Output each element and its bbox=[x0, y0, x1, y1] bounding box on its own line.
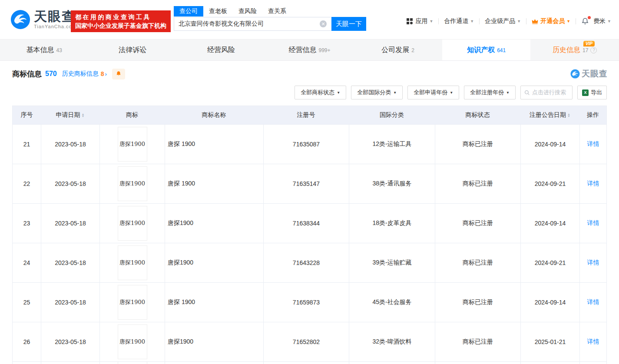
search-tab-risk[interactable]: 查风险 bbox=[233, 6, 262, 17]
detail-link[interactable]: 详情 bbox=[587, 259, 599, 267]
menu-partner[interactable]: 合作通道 ▼ bbox=[444, 17, 474, 25]
tab-company-development[interactable]: 公司发展 2 bbox=[354, 40, 442, 60]
detail-link[interactable]: 详情 bbox=[587, 298, 599, 306]
cell-action: 详情 bbox=[579, 243, 606, 282]
sort-icon[interactable]: ▲▼ bbox=[567, 113, 570, 117]
search-tab-boss[interactable]: 查老板 bbox=[203, 6, 233, 17]
trademark-image[interactable]: 唐探1900 bbox=[118, 127, 147, 162]
cell-status: 商标已注册 bbox=[435, 125, 520, 164]
cell-mark-name: 唐探 1900 bbox=[165, 283, 263, 322]
trademark-image[interactable]: 唐探1900 bbox=[118, 166, 147, 201]
menu-enterprise[interactable]: 企业级产品 ▼ bbox=[485, 17, 521, 25]
search-tab-company[interactable]: 查公司 bbox=[174, 6, 203, 17]
search-button[interactable]: 天眼一下 bbox=[331, 17, 366, 31]
trademark-image[interactable]: 唐探1900 bbox=[118, 245, 147, 280]
menu-partner-label: 合作通道 bbox=[444, 17, 468, 25]
trademark-image[interactable] bbox=[118, 362, 147, 364]
chevron-right-icon: › bbox=[105, 71, 107, 77]
watermark-text: 天眼查 bbox=[582, 68, 608, 79]
table-search-box[interactable]: 点击进行搜索 bbox=[520, 86, 573, 99]
company-search-input[interactable] bbox=[174, 17, 331, 31]
clear-search-icon[interactable]: ✕ bbox=[320, 20, 327, 27]
col-pub-date[interactable]: 注册公告日期 ▲▼ bbox=[520, 106, 579, 124]
chevron-down-icon: ▼ bbox=[393, 91, 397, 95]
cell-reg-no: 71659873 bbox=[263, 283, 349, 322]
tab-operation-risk[interactable]: 经营风险 bbox=[177, 40, 265, 60]
table-row: 25 2023-05-18 唐探1900 唐探 1900 71659873 45… bbox=[13, 282, 606, 322]
cell-reg-no: 71638344 bbox=[263, 204, 349, 243]
section-count: 570 bbox=[45, 70, 57, 78]
tianyancha-logo[interactable]: 天眼查 TianYanCha.com bbox=[10, 10, 76, 30]
tab-intellectual-property[interactable]: 知识产权 641 bbox=[442, 40, 531, 60]
cell-mark-image: 唐探1900 bbox=[99, 243, 165, 282]
filter-register-year[interactable]: 全部注册年份 ▼ bbox=[464, 86, 516, 99]
tab-count: 17 bbox=[583, 47, 588, 53]
detail-link[interactable]: 详情 bbox=[587, 219, 599, 227]
cell-status: 商标已注册 bbox=[435, 164, 520, 203]
excel-icon: X bbox=[582, 89, 589, 96]
cell-action: 详情 bbox=[579, 125, 606, 164]
sort-icon[interactable]: ▲▼ bbox=[82, 113, 85, 117]
cell-index: 22 bbox=[13, 164, 41, 203]
detail-link[interactable]: 详情 bbox=[587, 140, 599, 148]
history-link-label: 历史商标信息 bbox=[62, 70, 99, 78]
tab-history-info[interactable]: VIP 历史信息 17 ? bbox=[530, 40, 619, 60]
company-nav-tabs: 基本信息 43 法律诉讼 经营风险 经营信息 999+ 公司发展 2 知识产权 … bbox=[0, 39, 619, 61]
cell-apply-date: 2023-05-18 bbox=[41, 243, 99, 282]
search-icon bbox=[524, 90, 530, 96]
detail-link[interactable]: 详情 bbox=[587, 338, 599, 346]
search-area: 查公司 查老板 查风险 查关系 ✕ 天眼一下 bbox=[174, 6, 366, 31]
cell-intl-class: 38类-通讯服务 bbox=[349, 164, 435, 203]
tab-count: 2 bbox=[411, 47, 414, 53]
filter-trademark-status[interactable]: 全部商标状态 ▼ bbox=[295, 86, 346, 99]
trademark-image[interactable]: 唐探1900 bbox=[118, 206, 147, 241]
filter-label: 全部申请年份 bbox=[414, 89, 447, 96]
col-intl-class: 国际分类 bbox=[349, 106, 435, 124]
trademark-table: 序号 申请日期 ▲▼ 商标 商标名称 注册号 国际分类 商标状态 注册公告日期 … bbox=[12, 106, 607, 364]
trademark-image[interactable]: 唐探1900 bbox=[118, 324, 147, 359]
cell-mark-image: 唐探1900 bbox=[99, 283, 165, 322]
notification-bell-icon[interactable] bbox=[581, 17, 589, 25]
cell-reg-no: 71643228 bbox=[263, 243, 349, 282]
top-bar: 天眼查 TianYanCha.com 都在用的商业查询工具 国家中小企业发展子基… bbox=[0, 0, 619, 39]
tab-basic-info[interactable]: 基本信息 43 bbox=[0, 40, 89, 60]
cell-mark-image: 唐探1900 bbox=[99, 164, 165, 203]
chevron-down-icon: ▼ bbox=[429, 19, 433, 23]
tianyancha-swirl-icon bbox=[10, 10, 30, 30]
cell-action: 详情 bbox=[579, 204, 606, 243]
menu-user[interactable]: 费米 ▼ bbox=[593, 17, 611, 25]
table-row: 21 2023-05-18 唐探1900 唐探 1900 71635087 12… bbox=[13, 124, 606, 164]
export-button[interactable]: X 导出 bbox=[577, 86, 607, 99]
tab-legal-proceedings[interactable]: 法律诉讼 bbox=[89, 40, 177, 60]
col-apply-date[interactable]: 申请日期 ▲▼ bbox=[41, 106, 99, 124]
col-index: 序号 bbox=[13, 106, 41, 124]
tianyancha-watermark: 天眼查 bbox=[570, 68, 608, 79]
menu-apps[interactable]: 应用 ▼ bbox=[407, 17, 433, 25]
table-body: 21 2023-05-18 唐探1900 唐探 1900 71635087 12… bbox=[13, 124, 606, 361]
tab-label: 经营信息 bbox=[289, 46, 317, 55]
cell-pub-date: 2024-09-14 bbox=[520, 204, 579, 243]
filter-toolbar: 全部商标状态 ▼ 全部国际分类 ▼ 全部申请年份 ▼ 全部注册年份 ▼ 点击进行… bbox=[0, 84, 619, 106]
filter-intl-class[interactable]: 全部国际分类 ▼ bbox=[351, 86, 403, 99]
menu-open-vip[interactable]: 开通会员 ▼ bbox=[532, 17, 570, 25]
menu-vip-label: 开通会员 bbox=[540, 17, 565, 25]
monitor-bell-button[interactable] bbox=[112, 69, 125, 79]
cell-action: 详情 bbox=[579, 283, 606, 322]
tab-operation-info[interactable]: 经营信息 999+ bbox=[265, 40, 354, 60]
history-trademark-link[interactable]: 历史商标信息 8 › bbox=[62, 70, 107, 78]
cell-pub-date: 2024-09-14 bbox=[520, 283, 579, 322]
cell-action: 详情 bbox=[579, 164, 606, 203]
top-menu: 应用 ▼ 合作通道 ▼ 企业级产品 ▼ 开通会员 ▼ bbox=[407, 17, 611, 25]
cell-apply-date: 2023-05-18 bbox=[41, 322, 99, 361]
search-tab-relation[interactable]: 查关系 bbox=[262, 6, 292, 17]
trademark-image[interactable]: 唐探1900 bbox=[118, 285, 147, 320]
cell-intl-class: 32类-啤酒饮料 bbox=[349, 322, 435, 361]
help-question-icon[interactable]: ? bbox=[590, 47, 597, 53]
crown-icon bbox=[532, 19, 538, 24]
filter-apply-year[interactable]: 全部申请年份 ▼ bbox=[407, 86, 459, 99]
cell-apply-date: 2023-05-18 bbox=[41, 125, 99, 164]
notification-dot bbox=[588, 16, 591, 19]
cell-status: 商标已注册 bbox=[435, 243, 520, 282]
tab-label: 经营风险 bbox=[207, 46, 235, 55]
detail-link[interactable]: 详情 bbox=[587, 180, 599, 188]
